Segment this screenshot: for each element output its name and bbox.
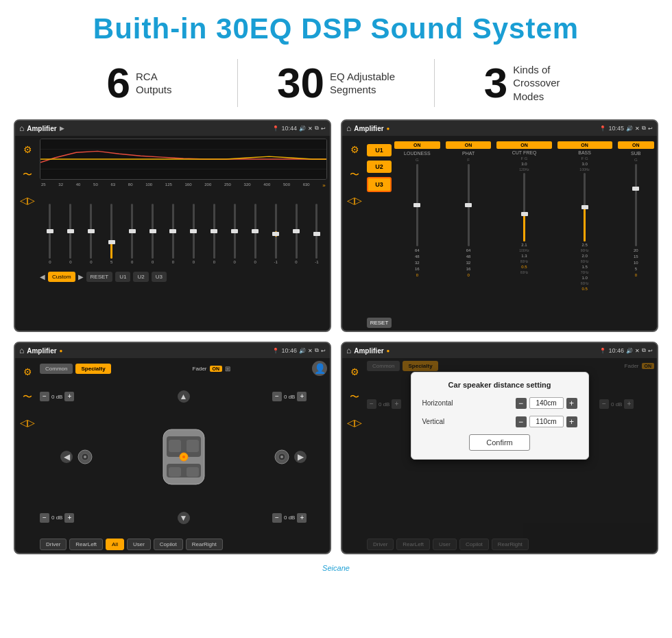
- eq-prev-btn[interactable]: ◀: [40, 273, 45, 281]
- speaker-icon[interactable]: ◁▷: [20, 195, 35, 206]
- u2-btn-1[interactable]: U2: [133, 272, 148, 282]
- horizontal-value: 140cm: [529, 397, 564, 409]
- copilot-btn[interactable]: Copilot: [154, 539, 183, 550]
- db-plus-tr[interactable]: +: [297, 392, 307, 401]
- slider-13: 0: [291, 204, 302, 264]
- bg-db-plus-2: +: [624, 399, 634, 409]
- eq-icon-3[interactable]: ⚙: [23, 366, 32, 377]
- home-icon-4[interactable]: ⌂: [346, 346, 351, 355]
- car-diagram: [156, 426, 211, 488]
- wave-icon-2[interactable]: 〜: [350, 169, 359, 181]
- db-minus-tr[interactable]: −: [272, 392, 282, 401]
- horizontal-plus[interactable]: +: [566, 398, 577, 409]
- app-title-1: Amplifier: [27, 125, 56, 132]
- db-plus-tl[interactable]: +: [64, 392, 74, 401]
- sub-toggle[interactable]: ON: [618, 141, 654, 149]
- db-minus-tl[interactable]: −: [40, 392, 49, 401]
- x-icon-1[interactable]: ✕: [308, 126, 313, 132]
- x-icon-3[interactable]: ✕: [308, 348, 313, 354]
- play-icon-1: ▶: [60, 125, 64, 132]
- vertical-value: 110cm: [529, 416, 564, 427]
- bg-rearleft-btn: RearLeft: [396, 539, 430, 550]
- u2-preset[interactable]: U2: [367, 161, 392, 173]
- home-icon-2[interactable]: ⌂: [346, 123, 351, 133]
- vol-icon-2: 🔊: [626, 126, 633, 132]
- eq-icon[interactable]: ⚙: [23, 144, 32, 155]
- window-icon-4[interactable]: ⧉: [642, 347, 646, 354]
- rearright-btn[interactable]: RearRight: [186, 539, 223, 550]
- rca-label: RCAOutputs: [136, 70, 172, 97]
- crossover-label: Kinds ofCrossover Modes: [513, 63, 581, 104]
- db-topleft: − 0 dB +: [40, 392, 95, 401]
- x-icon-2[interactable]: ✕: [635, 126, 640, 132]
- home-icon-1[interactable]: ⌂: [19, 123, 24, 133]
- slider-1: 0: [45, 204, 56, 264]
- reset-btn-1[interactable]: RESET: [86, 272, 113, 282]
- wave-icon-3[interactable]: 〜: [23, 391, 32, 403]
- speaker-icon-4[interactable]: ◁▷: [347, 417, 362, 428]
- stat-crossover: 3 Kinds ofCrossover Modes: [435, 62, 631, 104]
- cutfreq-toggle[interactable]: ON: [496, 141, 551, 149]
- u3-preset[interactable]: U3: [367, 177, 392, 192]
- arrow-up[interactable]: ▲: [178, 390, 190, 403]
- db-plus-bl[interactable]: +: [64, 513, 74, 523]
- x-icon-4[interactable]: ✕: [635, 348, 640, 354]
- back-icon-1[interactable]: ↩: [321, 126, 326, 132]
- vertical-plus[interactable]: +: [566, 416, 577, 427]
- common-tab[interactable]: Common: [40, 364, 73, 374]
- db-minus-bl[interactable]: −: [40, 513, 49, 523]
- speaker-right-icon: [272, 447, 291, 466]
- slider-6: 0: [147, 204, 158, 264]
- app-title-3: Amplifier: [27, 347, 56, 355]
- rearleft-btn[interactable]: RearLeft: [69, 539, 103, 550]
- bg-db-minus-2: −: [599, 399, 609, 409]
- loudness-toggle[interactable]: ON: [394, 141, 440, 149]
- time-2: 10:45: [608, 125, 624, 132]
- slider-8: 0: [188, 204, 199, 264]
- screens-grid: ⌂ Amplifier ▶ 📍 10:44 🔊 ✕ ⧉ ↩ ⚙ 〜 ◁▷: [0, 119, 672, 561]
- custom-btn[interactable]: Custom: [48, 272, 75, 282]
- u1-btn-1[interactable]: U1: [115, 272, 130, 282]
- confirm-button[interactable]: Confirm: [469, 434, 530, 451]
- window-icon-2[interactable]: ⧉: [642, 125, 646, 132]
- eq-icon-4[interactable]: ⚙: [350, 366, 359, 377]
- eq-icon-2[interactable]: ⚙: [350, 144, 359, 155]
- wave-icon[interactable]: 〜: [23, 169, 32, 181]
- phat-toggle[interactable]: ON: [446, 141, 492, 149]
- back-icon-4[interactable]: ↩: [648, 348, 653, 354]
- home-icon-3[interactable]: ⌂: [19, 346, 24, 355]
- driver-btn[interactable]: Driver: [40, 539, 67, 550]
- arrow-down[interactable]: ▼: [178, 512, 190, 524]
- arrow-left[interactable]: ◀: [60, 451, 73, 463]
- time-3: 10:46: [281, 347, 297, 354]
- arrow-right[interactable]: ▶: [294, 451, 307, 463]
- bass-toggle[interactable]: ON: [557, 141, 612, 149]
- wave-icon-4[interactable]: 〜: [350, 391, 359, 403]
- db-plus-br[interactable]: +: [297, 513, 307, 523]
- eq-sliders: 0 0 0 5: [40, 191, 327, 267]
- specialty-tab[interactable]: Specialty: [75, 364, 110, 374]
- bg-driver-btn: Driver: [367, 539, 394, 550]
- db-minus-br[interactable]: −: [272, 513, 282, 523]
- slider-12: -1: [270, 204, 281, 264]
- all-btn[interactable]: All: [106, 539, 124, 550]
- u1-preset[interactable]: U1: [367, 144, 392, 156]
- u3-btn-1[interactable]: U3: [152, 272, 167, 282]
- speaker-icon-3[interactable]: ◁▷: [20, 417, 35, 428]
- window-icon-3[interactable]: ⧉: [315, 347, 319, 354]
- screen-amp: ⌂ Amplifier ● 📍 10:45 🔊 ✕ ⧉ ↩ ⚙ 〜 ◁▷ U: [341, 119, 658, 332]
- speaker-icon-2[interactable]: ◁▷: [347, 195, 362, 206]
- user-btn[interactable]: User: [127, 539, 151, 550]
- horizontal-minus[interactable]: −: [516, 398, 527, 409]
- back-icon-2[interactable]: ↩: [648, 126, 653, 132]
- window-icon-1[interactable]: ⧉: [315, 125, 319, 132]
- vertical-minus[interactable]: −: [516, 416, 527, 427]
- slider-9: 0: [208, 204, 219, 264]
- location-buttons: Driver RearLeft All User Copilot RearRig…: [40, 539, 327, 550]
- eq-number: 30: [277, 62, 324, 104]
- reset-btn-2[interactable]: RESET: [367, 318, 392, 328]
- back-icon-3[interactable]: ↩: [321, 348, 326, 354]
- status-bar-1: ⌂ Amplifier ▶ 📍 10:44 🔊 ✕ ⧉ ↩: [15, 121, 330, 136]
- user-icon-btn[interactable]: 👤: [312, 361, 327, 376]
- eq-next-btn[interactable]: ▶: [78, 273, 84, 281]
